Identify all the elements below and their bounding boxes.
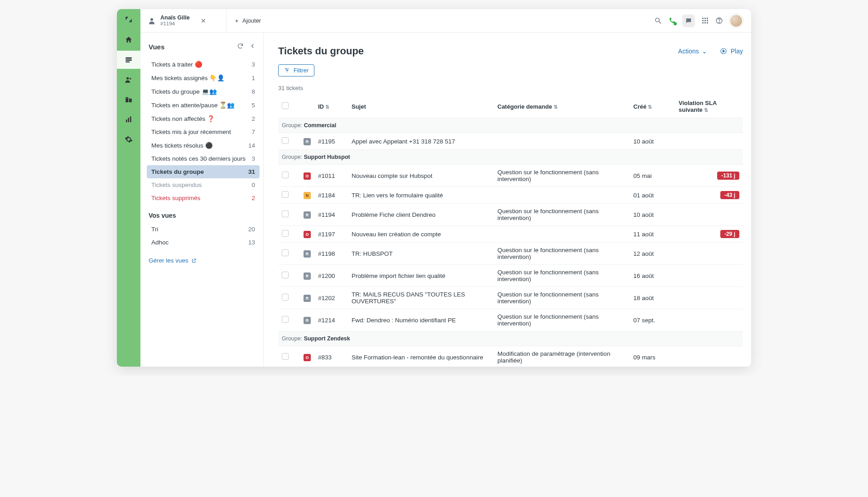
filter-button[interactable]: Filtrer	[278, 64, 314, 76]
view-row[interactable]: Tickets du groupe31	[147, 165, 260, 178]
profile-avatar[interactable]	[729, 14, 743, 28]
ticket-id: #1011	[314, 165, 348, 187]
status-badge: R	[304, 295, 311, 302]
nav-home[interactable]	[117, 31, 140, 49]
ticket-sla	[675, 309, 743, 331]
ticket-category: Question sur le fonctionnement (sans int…	[494, 287, 630, 309]
view-row[interactable]: Mes tickets résolus ⚫14	[147, 139, 260, 152]
ticket-id: #1200	[314, 265, 348, 287]
plus-icon: ＋	[234, 17, 240, 25]
row-checkbox[interactable]	[282, 353, 289, 360]
col-sla[interactable]: Violation SLA suivante⇅	[675, 96, 743, 118]
ticket-row[interactable]: N#1184TR: Lien vers le formulaire qualit…	[278, 187, 743, 204]
ticket-row[interactable]: R#1202TR: MAILS RECUS DANS "TOUTES LES O…	[278, 287, 743, 309]
status-badge: R	[304, 272, 311, 280]
collapse-icon[interactable]	[249, 43, 256, 51]
refresh-icon[interactable]	[237, 43, 244, 51]
actions-dropdown[interactable]: Actions ⌄	[678, 48, 707, 55]
ticket-sla	[675, 133, 743, 150]
brand-logo-icon[interactable]	[124, 14, 134, 24]
svg-rect-20	[707, 20, 708, 21]
row-checkbox[interactable]	[282, 249, 289, 256]
ticket-subject: Appel avec Appelant +31 318 728 517	[348, 133, 494, 150]
view-row[interactable]: Tickets mis à jour récemment7	[147, 125, 260, 139]
status-badge: R	[304, 250, 311, 258]
view-row[interactable]: Tickets suspendus0	[147, 178, 260, 191]
custom-views-list: Tri20Adhoc13	[147, 223, 260, 249]
ticket-row[interactable]: O#1011Nouveau compte sur HubspotQuestion…	[278, 165, 743, 187]
status-badge: R	[304, 317, 311, 324]
help-icon[interactable]	[715, 17, 723, 24]
play-label: Play	[731, 48, 743, 55]
views-list: Tickets à traiter 🔴3Mes tickets assignés…	[147, 57, 260, 205]
nav-reporting[interactable]	[117, 110, 140, 129]
chat-icon[interactable]	[682, 14, 695, 27]
ticket-row[interactable]: R#1200Problème import fichier lien quali…	[278, 265, 743, 287]
row-checkbox[interactable]	[282, 230, 289, 237]
view-row[interactable]: Tickets notés ces 30 derniers jours3	[147, 152, 260, 165]
ticket-row[interactable]: R#1195Appel avec Appelant +31 318 728 51…	[278, 133, 743, 150]
status-badge: O	[304, 354, 311, 361]
ticket-created: 16 août	[630, 265, 675, 287]
svg-rect-22	[704, 22, 706, 24]
ticket-sla: -131 j	[675, 165, 743, 187]
ticket-created: 18 août	[630, 287, 675, 309]
ticket-row[interactable]: O#1197Nouveau lien création de compte11 …	[278, 226, 743, 243]
ticket-row[interactable]: O#833Site Formation-lean - remontée du q…	[278, 346, 743, 367]
view-label: Tickets en attente/pause ⏳👥	[151, 101, 235, 109]
external-link-icon	[191, 258, 197, 263]
add-tab-button[interactable]: ＋ Ajouter	[227, 9, 268, 32]
row-checkbox[interactable]	[282, 210, 289, 217]
view-row[interactable]: Tickets à traiter 🔴3	[147, 57, 260, 71]
view-row[interactable]: Tickets en attente/pause ⏳👥5	[147, 98, 260, 112]
col-category[interactable]: Catégorie demande⇅	[494, 96, 630, 118]
view-row[interactable]: Tickets non affectés ❓2	[147, 112, 260, 125]
view-count: 0	[251, 182, 255, 188]
svg-rect-1	[125, 59, 132, 61]
app-window: Anaïs Gille #1194 ✕ ＋ Ajouter	[117, 9, 751, 367]
ticket-created: 10 août	[630, 133, 675, 150]
tab-close-icon[interactable]: ✕	[201, 17, 206, 24]
svg-rect-11	[130, 116, 131, 122]
top-bar: Anaïs Gille #1194 ✕ ＋ Ajouter	[140, 9, 751, 33]
talk-phone-icon[interactable]	[668, 17, 676, 24]
tab-title: Anaïs Gille	[160, 14, 190, 21]
view-row[interactable]: Tri20	[147, 223, 260, 236]
status-badge: O	[304, 231, 311, 238]
apps-icon[interactable]	[701, 17, 709, 24]
ticket-id: #833	[314, 346, 348, 367]
row-checkbox[interactable]	[282, 172, 289, 178]
select-all-checkbox[interactable]	[282, 102, 289, 109]
svg-rect-2	[125, 62, 130, 62]
nav-views[interactable]	[117, 51, 140, 69]
row-checkbox[interactable]	[282, 137, 289, 144]
view-label: Tickets mis à jour récemment	[151, 129, 231, 135]
row-checkbox[interactable]	[282, 272, 289, 278]
view-row[interactable]: Tickets du groupe 💻👥8	[147, 85, 260, 98]
nav-customers[interactable]	[117, 71, 140, 89]
manage-views-link[interactable]: Gérer les vues	[147, 249, 198, 266]
ticket-row[interactable]: R#1198TR: HUBSPOTQuestion sur le fonctio…	[278, 243, 743, 265]
ticket-sla	[675, 243, 743, 265]
ticket-row[interactable]: R#1194Problème Fiche client DendreoQuest…	[278, 204, 743, 226]
workspace-tab[interactable]: Anaïs Gille #1194 ✕	[140, 9, 227, 32]
row-checkbox[interactable]	[282, 294, 289, 301]
svg-point-13	[656, 18, 660, 22]
row-checkbox[interactable]	[282, 316, 289, 323]
col-id[interactable]: ID⇅	[314, 96, 348, 118]
ticket-row[interactable]: R#1214Fwd: Dendreo : Numério identifiant…	[278, 309, 743, 331]
row-checkbox[interactable]	[282, 191, 289, 198]
col-subject[interactable]: Sujet	[348, 96, 494, 118]
play-button[interactable]: Play	[720, 48, 743, 55]
ticket-id: #1202	[314, 287, 348, 309]
view-row[interactable]: Mes tickets assignés 👇👤1	[147, 71, 260, 85]
col-created[interactable]: Créé⇅	[630, 96, 675, 118]
svg-point-3	[126, 77, 129, 79]
ticket-category: Question sur le fonctionnement (sans int…	[494, 265, 630, 287]
nav-organizations[interactable]	[117, 91, 140, 109]
view-row[interactable]: Tickets supprimés2	[147, 191, 260, 205]
ticket-id: #1197	[314, 226, 348, 243]
view-row[interactable]: Adhoc13	[147, 236, 260, 249]
nav-admin[interactable]	[117, 130, 140, 148]
search-icon[interactable]	[654, 17, 662, 24]
